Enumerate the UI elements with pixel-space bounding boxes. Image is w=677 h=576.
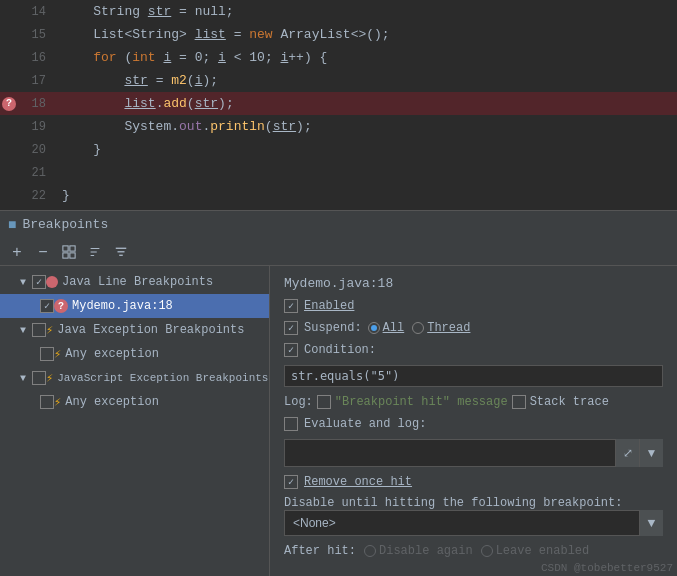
- panel-header: ■ Breakpoints: [0, 210, 677, 238]
- radio-thread-circle: [412, 322, 424, 334]
- js-exception-label: JavaScript Exception Breakpoints: [57, 372, 268, 384]
- radio-all-circle: [368, 322, 380, 334]
- group-breakpoints-button[interactable]: [58, 241, 80, 263]
- line-num-14: 14: [18, 5, 56, 19]
- code-line-20: 20 }: [0, 138, 677, 161]
- stack-trace-label: Stack trace: [530, 395, 609, 409]
- stack-trace-checkbox[interactable]: [512, 395, 526, 409]
- mydemo18-label: Mydemo.java:18: [72, 299, 173, 313]
- line-content-19: System.out.println(str);: [56, 119, 677, 134]
- tree-group-js-exception[interactable]: ▼ ⚡ JavaScript Exception Breakpoints: [0, 366, 269, 390]
- panel-toolbar: + −: [0, 238, 677, 266]
- suspend-row: Suspend: All Thread: [284, 321, 663, 335]
- lightning-icon-js: ⚡: [46, 371, 53, 386]
- svg-rect-8: [118, 251, 125, 252]
- line-content-17: str = m2(i);: [56, 73, 677, 88]
- checkbox-any-exception-js[interactable]: [40, 395, 54, 409]
- breakpoint-question-icon: ?: [54, 299, 68, 313]
- condition-input[interactable]: [284, 365, 663, 387]
- any-exception-java-label: Any exception: [65, 347, 159, 361]
- lightning-icon-any-js: ⚡: [54, 395, 61, 410]
- radio-all[interactable]: All: [368, 321, 405, 335]
- bp-indicator-18: ?: [0, 97, 18, 111]
- evaluate-expand-button[interactable]: ⤢: [615, 439, 639, 467]
- condition-checkbox[interactable]: [284, 343, 298, 357]
- log-message-label: "Breakpoint hit" message: [335, 395, 508, 409]
- watermark: CSDN @tobebetter9527: [541, 562, 673, 574]
- line-num-16: 16: [18, 51, 56, 65]
- breakpoints-panel-icon: ■: [8, 217, 16, 233]
- settings-title: Mydemo.java:18: [284, 276, 663, 291]
- line-content-22: }: [56, 188, 677, 203]
- after-hit-row: After hit: Disable again Leave enabled: [284, 544, 663, 558]
- checkbox-mydemo18[interactable]: [40, 299, 54, 313]
- checkbox-js-exception[interactable]: [32, 371, 46, 385]
- suspend-checkbox[interactable]: [284, 321, 298, 335]
- svg-rect-2: [63, 252, 68, 257]
- line-num-17: 17: [18, 74, 56, 88]
- none-select[interactable]: <None>: [284, 510, 663, 536]
- breakpoint-icon-18: ?: [2, 97, 16, 111]
- condition-row: Condition:: [284, 343, 663, 357]
- condition-input-wrap: [284, 365, 663, 387]
- code-line-14: 14 String str = null;: [0, 0, 677, 23]
- evaluate-label-row: Evaluate and log:: [284, 417, 663, 431]
- panel-title: Breakpoints: [22, 217, 108, 232]
- disable-until-label: Disable until hitting the following brea…: [284, 495, 663, 510]
- line-num-15: 15: [18, 28, 56, 42]
- radio-leave-enabled[interactable]: Leave enabled: [481, 544, 590, 558]
- radio-leave-enabled-circle: [481, 545, 493, 557]
- line-content-16: for (int i = 0; i < 10; i++) {: [56, 50, 677, 65]
- remove-once-row: Remove once hit: [284, 475, 663, 489]
- disable-label-text: Disable until hitting the following brea…: [284, 496, 622, 510]
- evaluate-label: Evaluate and log:: [304, 417, 426, 431]
- add-breakpoint-button[interactable]: +: [6, 241, 28, 263]
- svg-rect-9: [119, 254, 123, 255]
- checkbox-java-exception[interactable]: [32, 323, 46, 337]
- remove-once-checkbox[interactable]: [284, 475, 298, 489]
- tree-group-java-exception[interactable]: ▼ ⚡ Java Exception Breakpoints: [0, 318, 269, 342]
- enabled-row: Enabled: [284, 299, 663, 313]
- code-area: 14 String str = null; 15 List<String> li…: [0, 0, 677, 210]
- log-row: Log: "Breakpoint hit" message Stack trac…: [284, 395, 663, 409]
- filter-icon: [114, 244, 128, 260]
- svg-rect-0: [63, 245, 68, 250]
- any-exception-js-label: Any exception: [65, 395, 159, 409]
- tree-item-any-exception-java[interactable]: ⚡ Any exception: [0, 342, 269, 366]
- line-num-22: 22: [18, 189, 56, 203]
- lightning-icon-java: ⚡: [46, 323, 53, 338]
- java-line-group-label: Java Line Breakpoints: [62, 275, 213, 289]
- line-num-20: 20: [18, 143, 56, 157]
- tree-group-java-line[interactable]: ▼ Java Line Breakpoints: [0, 270, 269, 294]
- java-exception-label: Java Exception Breakpoints: [57, 323, 244, 337]
- remove-breakpoint-button[interactable]: −: [32, 241, 54, 263]
- radio-disable-again[interactable]: Disable again: [364, 544, 473, 558]
- evaluate-checkbox[interactable]: [284, 417, 298, 431]
- radio-all-label: All: [383, 321, 405, 335]
- line-num-19: 19: [18, 120, 56, 134]
- none-select-wrap: <None> ▼: [284, 510, 663, 536]
- svg-rect-3: [70, 252, 75, 257]
- evaluate-dropdown-button[interactable]: ▼: [639, 439, 663, 467]
- lightning-icon-any: ⚡: [54, 347, 61, 362]
- radio-leave-enabled-label: Leave enabled: [496, 544, 590, 558]
- radio-thread[interactable]: Thread: [412, 321, 470, 335]
- checkbox-any-exception-java[interactable]: [40, 347, 54, 361]
- expand-arrow-java-line: ▼: [20, 277, 32, 288]
- enabled-checkbox[interactable]: [284, 299, 298, 313]
- more-options-button[interactable]: [110, 241, 132, 263]
- panel-content: ▼ Java Line Breakpoints ? Mydemo.java:18: [0, 266, 677, 576]
- line-content-15: List<String> list = new ArrayList<>();: [56, 27, 677, 42]
- tree-item-any-exception-js[interactable]: ⚡ Any exception: [0, 390, 269, 414]
- sort-breakpoints-button[interactable]: [84, 241, 106, 263]
- suspend-radio-group: All Thread: [368, 321, 471, 335]
- radio-thread-label: Thread: [427, 321, 470, 335]
- log-message-checkbox[interactable]: [317, 395, 331, 409]
- evaluate-input[interactable]: [284, 439, 663, 467]
- checkbox-java-line[interactable]: [32, 275, 46, 289]
- condition-label: Condition:: [304, 343, 376, 357]
- group-icon: [62, 244, 76, 260]
- radio-disable-again-circle: [364, 545, 376, 557]
- line-num-18: 18: [18, 97, 56, 111]
- tree-item-mydemo18[interactable]: ? Mydemo.java:18: [0, 294, 269, 318]
